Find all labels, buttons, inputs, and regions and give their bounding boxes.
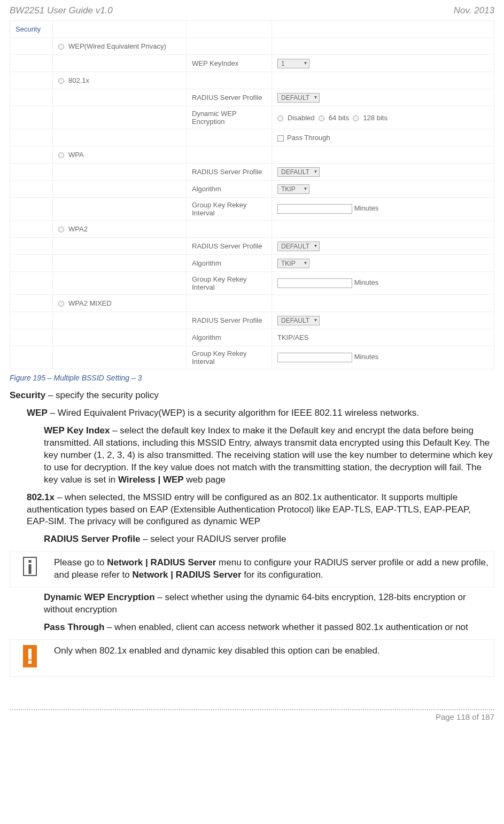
wep-keyindex-label: WEP KeyIndex	[187, 55, 272, 72]
figure-caption: Figure 195 – Multiple BSSID Setting – 3	[10, 374, 494, 382]
tkip-aes-value: TKIP/AES	[272, 329, 494, 346]
8021x-option-label: 802.1x	[68, 76, 89, 84]
group-key-label-3: Group Key Rekey Interval	[187, 346, 272, 369]
radio-wep[interactable]	[58, 44, 64, 50]
info-note: Please go to Network | RADIUS Server men…	[10, 551, 494, 587]
info-note-text: Please go to Network | RADIUS Server men…	[50, 553, 493, 586]
radio-wpa2-mixed[interactable]	[58, 301, 64, 307]
group-key-label-1: Group Key Rekey Interval	[187, 198, 272, 221]
checkbox-pass-through[interactable]	[277, 135, 284, 142]
header-left: BW2251 User Guide v1.0	[10, 5, 113, 16]
wpa2-option-label: WPA2	[68, 225, 88, 233]
radius-profile-select-2[interactable]: DEFAULT	[277, 167, 320, 177]
group-key-input-3[interactable]	[277, 353, 352, 362]
page-number: Page 118 of 187	[436, 712, 494, 721]
radius-profile-label-1: RADIUS Server Profile	[187, 89, 272, 106]
group-key-label-2: Group Key Rekey Interval	[187, 272, 272, 295]
security-label: Security	[10, 21, 53, 38]
wpa2-mixed-option-label: WPA2 MIXED	[68, 299, 112, 307]
radius-profile-label-3: RADIUS Server Profile	[187, 238, 272, 255]
wpa-option-label: WPA	[68, 151, 84, 159]
radius-profile-label-4: RADIUS Server Profile	[187, 312, 272, 329]
header-right: Nov. 2013	[454, 5, 494, 16]
radio-dyn-128[interactable]	[353, 115, 359, 121]
dynamic-wep-label: Dynamic WEP Encryption	[187, 106, 272, 129]
radio-dyn-64[interactable]	[319, 115, 324, 121]
radio-dyn-disabled[interactable]	[277, 115, 283, 121]
warning-note-text: Only when 802.1x enabled and dynamic key…	[50, 641, 493, 675]
page-header: BW2251 User Guide v1.0 Nov. 2013	[10, 5, 494, 16]
algorithm-label-2: Algorithm	[187, 255, 272, 272]
wep-option-label: WEP(Wired Equivalent Privacy)	[68, 42, 166, 50]
warning-icon	[23, 645, 37, 667]
wep-keyindex-select[interactable]: 1	[277, 59, 309, 68]
radio-wpa[interactable]	[58, 152, 64, 158]
radius-profile-select-3[interactable]: DEFAULT	[277, 242, 320, 251]
radius-profile-label-2: RADIUS Server Profile	[187, 164, 272, 181]
algorithm-select-1[interactable]: TKIP	[277, 184, 309, 194]
group-key-input-1[interactable]	[277, 204, 352, 214]
radio-wpa2[interactable]	[58, 227, 64, 232]
radius-profile-select-1[interactable]: DEFAULT	[277, 93, 320, 103]
info-icon	[23, 557, 37, 576]
group-key-input-2[interactable]	[277, 278, 352, 288]
body-content: Security – specify the security policy W…	[10, 390, 494, 677]
page-footer: Page 118 of 187	[10, 709, 494, 721]
algorithm-select-2[interactable]: TKIP	[277, 259, 309, 268]
warning-note: Only when 802.1x enabled and dynamic key…	[10, 639, 494, 677]
algorithm-label-3: Algorithm	[187, 329, 272, 346]
radius-profile-select-4[interactable]: DEFAULT	[277, 316, 320, 325]
algorithm-label-1: Algorithm	[187, 181, 272, 198]
radio-8021x[interactable]	[58, 78, 64, 84]
security-config-table: Security WEP(Wired Equivalent Privacy) W…	[10, 20, 494, 369]
